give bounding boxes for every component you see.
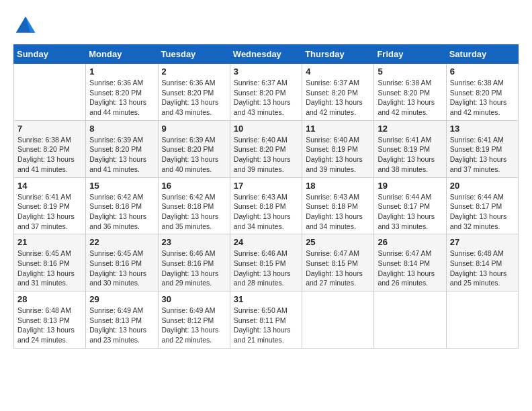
- weekday-header-friday: Friday: [374, 45, 446, 64]
- day-info: Sunrise: 6:42 AM Sunset: 8:18 PM Dayligh…: [162, 192, 226, 232]
- calendar-week-row: 21Sunrise: 6:45 AM Sunset: 8:16 PM Dayli…: [14, 234, 519, 291]
- calendar-cell: 22Sunrise: 6:45 AM Sunset: 8:16 PM Dayli…: [86, 234, 158, 291]
- day-number: 28: [17, 294, 82, 304]
- day-info: Sunrise: 6:46 AM Sunset: 8:16 PM Dayligh…: [162, 248, 226, 288]
- day-info: Sunrise: 6:36 AM Sunset: 8:20 PM Dayligh…: [89, 78, 154, 118]
- day-number: 14: [17, 181, 82, 191]
- calendar-cell: 18Sunrise: 6:43 AM Sunset: 8:18 PM Dayli…: [302, 177, 374, 234]
- day-info: Sunrise: 6:45 AM Sunset: 8:16 PM Dayligh…: [17, 248, 82, 288]
- day-info: Sunrise: 6:47 AM Sunset: 8:15 PM Dayligh…: [306, 248, 370, 288]
- day-number: 4: [306, 66, 370, 77]
- calendar-cell: 26Sunrise: 6:47 AM Sunset: 8:14 PM Dayli…: [374, 234, 446, 291]
- day-info: Sunrise: 6:46 AM Sunset: 8:15 PM Dayligh…: [234, 248, 298, 288]
- day-info: Sunrise: 6:42 AM Sunset: 8:18 PM Dayligh…: [89, 192, 154, 232]
- day-number: 13: [450, 124, 515, 134]
- calendar-cell: 23Sunrise: 6:46 AM Sunset: 8:16 PM Dayli…: [158, 234, 230, 291]
- day-number: 15: [89, 181, 154, 191]
- calendar-cell: 8Sunrise: 6:39 AM Sunset: 8:20 PM Daylig…: [86, 120, 158, 177]
- calendar-week-row: 7Sunrise: 6:38 AM Sunset: 8:20 PM Daylig…: [14, 120, 519, 177]
- calendar-cell: 15Sunrise: 6:42 AM Sunset: 8:18 PM Dayli…: [86, 177, 158, 234]
- weekday-header-thursday: Thursday: [302, 45, 374, 64]
- day-number: 12: [378, 124, 442, 134]
- day-info: Sunrise: 6:38 AM Sunset: 8:20 PM Dayligh…: [17, 135, 82, 175]
- day-info: Sunrise: 6:41 AM Sunset: 8:19 PM Dayligh…: [378, 135, 442, 175]
- day-info: Sunrise: 6:41 AM Sunset: 8:19 PM Dayligh…: [450, 135, 515, 175]
- day-number: 8: [89, 124, 154, 134]
- day-info: Sunrise: 6:49 AM Sunset: 8:13 PM Dayligh…: [89, 306, 154, 345]
- calendar-cell: [14, 64, 86, 121]
- calendar-table: SundayMondayTuesdayWednesdayThursdayFrid…: [13, 44, 519, 349]
- day-number: 11: [306, 124, 370, 134]
- day-number: 31: [234, 294, 298, 304]
- calendar-cell: 7Sunrise: 6:38 AM Sunset: 8:20 PM Daylig…: [14, 120, 86, 177]
- calendar-cell: 16Sunrise: 6:42 AM Sunset: 8:18 PM Dayli…: [158, 177, 230, 234]
- weekday-header-sunday: Sunday: [14, 45, 86, 64]
- calendar-cell: 28Sunrise: 6:48 AM Sunset: 8:13 PM Dayli…: [14, 291, 86, 349]
- day-number: 27: [450, 237, 515, 247]
- calendar-cell: 13Sunrise: 6:41 AM Sunset: 8:19 PM Dayli…: [446, 120, 518, 177]
- calendar-cell: 30Sunrise: 6:49 AM Sunset: 8:12 PM Dayli…: [158, 291, 230, 349]
- calendar-cell: [446, 291, 518, 349]
- calendar-week-row: 1Sunrise: 6:36 AM Sunset: 8:20 PM Daylig…: [14, 64, 519, 121]
- day-number: 26: [378, 237, 442, 247]
- day-info: Sunrise: 6:48 AM Sunset: 8:14 PM Dayligh…: [450, 248, 515, 288]
- calendar-cell: 12Sunrise: 6:41 AM Sunset: 8:19 PM Dayli…: [374, 120, 446, 177]
- calendar-cell: 5Sunrise: 6:38 AM Sunset: 8:20 PM Daylig…: [374, 64, 446, 121]
- day-number: 17: [234, 181, 298, 191]
- day-number: 6: [450, 66, 515, 77]
- weekday-header-saturday: Saturday: [446, 45, 518, 64]
- day-info: Sunrise: 6:36 AM Sunset: 8:20 PM Dayligh…: [162, 78, 226, 118]
- day-number: 5: [378, 66, 442, 77]
- logo-icon: [13, 13, 38, 38]
- day-number: 20: [450, 181, 515, 191]
- day-info: Sunrise: 6:45 AM Sunset: 8:16 PM Dayligh…: [89, 248, 154, 288]
- calendar-cell: 17Sunrise: 6:43 AM Sunset: 8:18 PM Dayli…: [230, 177, 302, 234]
- day-info: Sunrise: 6:38 AM Sunset: 8:20 PM Dayligh…: [378, 78, 442, 118]
- day-number: 3: [234, 66, 298, 77]
- calendar-cell: [374, 291, 446, 349]
- day-number: 18: [306, 181, 370, 191]
- calendar-cell: 4Sunrise: 6:37 AM Sunset: 8:20 PM Daylig…: [302, 64, 374, 121]
- day-info: Sunrise: 6:47 AM Sunset: 8:14 PM Dayligh…: [378, 248, 442, 288]
- day-info: Sunrise: 6:49 AM Sunset: 8:12 PM Dayligh…: [162, 306, 226, 345]
- calendar-cell: 21Sunrise: 6:45 AM Sunset: 8:16 PM Dayli…: [14, 234, 86, 291]
- calendar-cell: 14Sunrise: 6:41 AM Sunset: 8:19 PM Dayli…: [14, 177, 86, 234]
- calendar-cell: 9Sunrise: 6:39 AM Sunset: 8:20 PM Daylig…: [158, 120, 230, 177]
- calendar-cell: 24Sunrise: 6:46 AM Sunset: 8:15 PM Dayli…: [230, 234, 302, 291]
- calendar-cell: 11Sunrise: 6:40 AM Sunset: 8:19 PM Dayli…: [302, 120, 374, 177]
- calendar-cell: 2Sunrise: 6:36 AM Sunset: 8:20 PM Daylig…: [158, 64, 230, 121]
- calendar-cell: 29Sunrise: 6:49 AM Sunset: 8:13 PM Dayli…: [86, 291, 158, 349]
- calendar-cell: 6Sunrise: 6:38 AM Sunset: 8:20 PM Daylig…: [446, 64, 518, 121]
- day-info: Sunrise: 6:43 AM Sunset: 8:18 PM Dayligh…: [234, 192, 298, 232]
- calendar-cell: 3Sunrise: 6:37 AM Sunset: 8:20 PM Daylig…: [230, 64, 302, 121]
- day-number: 10: [234, 124, 298, 134]
- day-info: Sunrise: 6:48 AM Sunset: 8:13 PM Dayligh…: [17, 306, 82, 345]
- calendar-week-row: 14Sunrise: 6:41 AM Sunset: 8:19 PM Dayli…: [14, 177, 519, 234]
- calendar-cell: 19Sunrise: 6:44 AM Sunset: 8:17 PM Dayli…: [374, 177, 446, 234]
- calendar-cell: 31Sunrise: 6:50 AM Sunset: 8:11 PM Dayli…: [230, 291, 302, 349]
- logo: [13, 13, 40, 38]
- day-info: Sunrise: 6:37 AM Sunset: 8:20 PM Dayligh…: [234, 78, 298, 118]
- weekday-header-row: SundayMondayTuesdayWednesdayThursdayFrid…: [14, 45, 519, 64]
- weekday-header-wednesday: Wednesday: [230, 45, 302, 64]
- calendar-cell: [302, 291, 374, 349]
- day-number: 29: [89, 294, 154, 304]
- day-info: Sunrise: 6:39 AM Sunset: 8:20 PM Dayligh…: [89, 135, 154, 175]
- page-header: [13, 13, 519, 38]
- weekday-header-tuesday: Tuesday: [158, 45, 230, 64]
- day-info: Sunrise: 6:41 AM Sunset: 8:19 PM Dayligh…: [17, 192, 82, 232]
- day-info: Sunrise: 6:38 AM Sunset: 8:20 PM Dayligh…: [450, 78, 515, 118]
- weekday-header-monday: Monday: [86, 45, 158, 64]
- day-info: Sunrise: 6:44 AM Sunset: 8:17 PM Dayligh…: [450, 192, 515, 232]
- day-info: Sunrise: 6:50 AM Sunset: 8:11 PM Dayligh…: [234, 306, 298, 345]
- day-info: Sunrise: 6:44 AM Sunset: 8:17 PM Dayligh…: [378, 192, 442, 232]
- day-number: 7: [17, 124, 82, 134]
- day-number: 2: [162, 66, 226, 77]
- day-number: 9: [162, 124, 226, 134]
- day-number: 24: [234, 237, 298, 247]
- day-info: Sunrise: 6:39 AM Sunset: 8:20 PM Dayligh…: [162, 135, 226, 175]
- day-number: 23: [162, 237, 226, 247]
- day-info: Sunrise: 6:37 AM Sunset: 8:20 PM Dayligh…: [306, 78, 370, 118]
- calendar-cell: 25Sunrise: 6:47 AM Sunset: 8:15 PM Dayli…: [302, 234, 374, 291]
- day-number: 19: [378, 181, 442, 191]
